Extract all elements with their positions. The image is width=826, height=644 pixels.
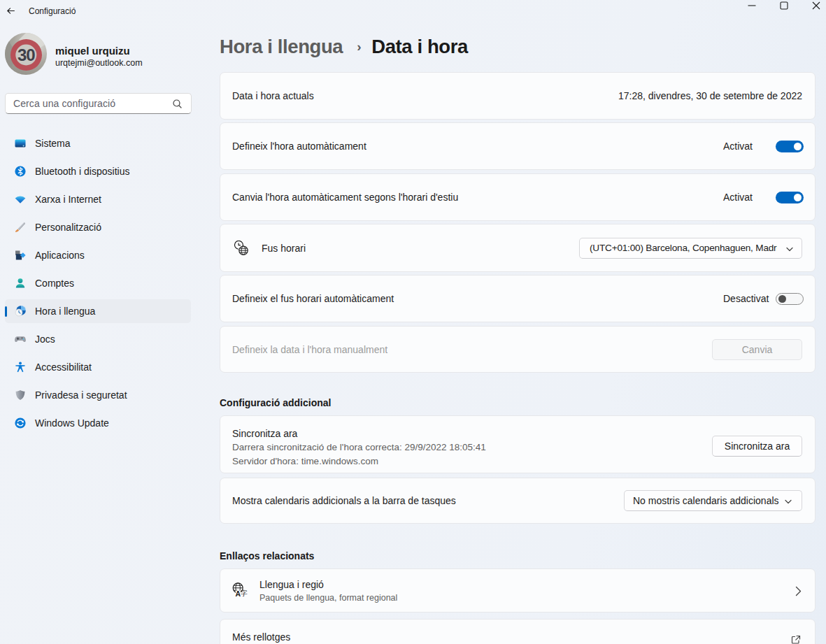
svg-text:30: 30 xyxy=(17,45,35,64)
svg-text:字: 字 xyxy=(241,589,248,597)
